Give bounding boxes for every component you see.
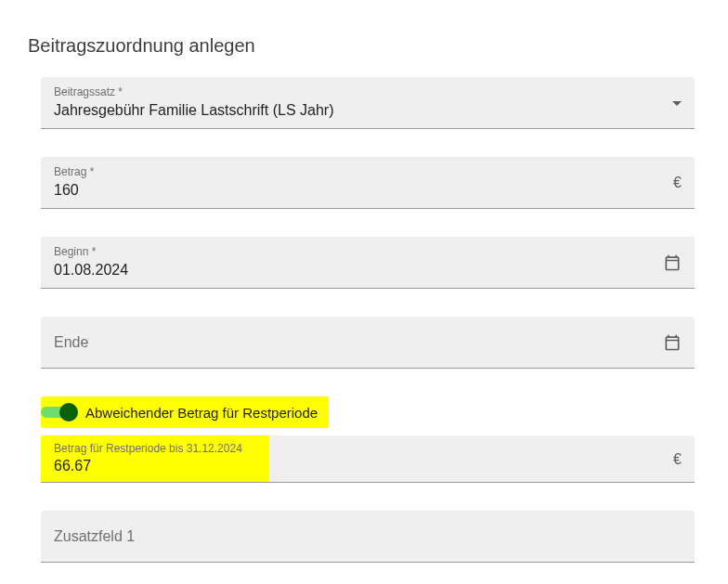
- beitragssatz-value: Jahresgebühr Familie Lastschrift (LS Jah…: [54, 101, 663, 121]
- zusatzfeld1-row: Zusatzfeld 1: [41, 511, 695, 563]
- ende-row: Ende: [41, 317, 695, 369]
- restperiode-input[interactable]: Betrag für Restperiode bis 31.12.2024 66…: [41, 435, 695, 483]
- calendar-icon[interactable]: [663, 253, 682, 272]
- toggle-thumb: [59, 403, 78, 422]
- betrag-value: 160: [54, 181, 664, 201]
- beitragssatz-row: Beitragssatz * Jahresgebühr Familie Last…: [41, 77, 695, 129]
- highlight-toggle: Abweichender Betrag für Restperiode: [41, 396, 329, 428]
- restperiode-value: 66.67: [54, 457, 664, 476]
- form-page: Beitragszuordnung anlegen Beitragssatz *…: [0, 0, 728, 584]
- beginn-value: 01.08.2024: [54, 261, 654, 280]
- beitragssatz-label: Beitragssatz *: [54, 85, 663, 98]
- dropdown-icon: [672, 101, 682, 106]
- restperiode-toggle-row: Abweichender Betrag für Restperiode: [41, 396, 695, 428]
- beginn-input[interactable]: Beginn * 01.08.2024: [41, 237, 695, 289]
- restperiode-label: Betrag für Restperiode bis 31.12.2024: [54, 442, 664, 455]
- betrag-label: Betrag *: [54, 165, 664, 178]
- currency-symbol: €: [673, 451, 682, 468]
- betrag-input[interactable]: Betrag * 160 €: [41, 157, 695, 209]
- betrag-row: Betrag * 160 €: [41, 157, 695, 209]
- beginn-label: Beginn *: [54, 245, 654, 258]
- page-title: Beitragszuordnung anlegen: [28, 35, 695, 57]
- beitragssatz-select[interactable]: Beitragssatz * Jahresgebühr Familie Last…: [41, 77, 695, 129]
- zusatzfeld1-input[interactable]: Zusatzfeld 1: [41, 511, 695, 563]
- restperiode-row: Betrag für Restperiode bis 31.12.2024 66…: [41, 435, 695, 483]
- restperiode-toggle[interactable]: [41, 402, 78, 422]
- beginn-row: Beginn * 01.08.2024: [41, 237, 695, 289]
- ende-input[interactable]: Ende: [41, 317, 695, 369]
- calendar-icon[interactable]: [663, 333, 682, 352]
- currency-symbol: €: [673, 175, 682, 191]
- restperiode-toggle-label: Abweichender Betrag für Restperiode: [85, 405, 318, 421]
- zusatzfeld1-label: Zusatzfeld 1: [54, 527, 682, 547]
- ende-label: Ende: [54, 333, 654, 353]
